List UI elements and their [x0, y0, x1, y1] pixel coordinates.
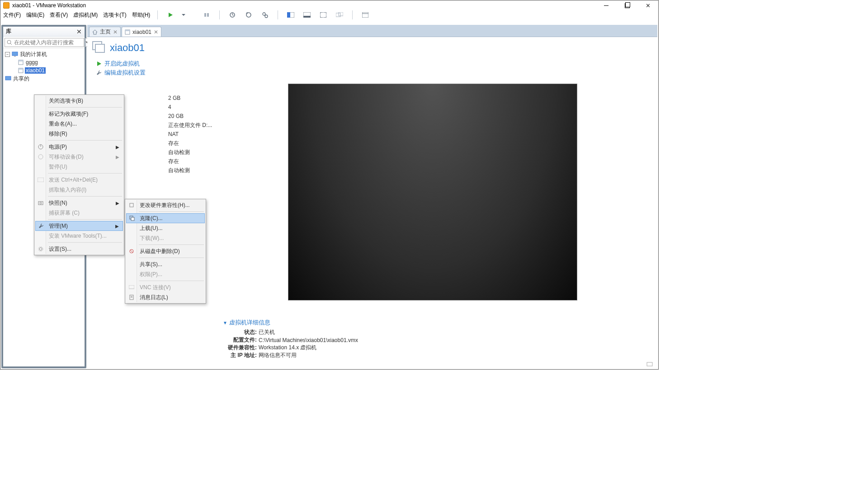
revert-button[interactable] — [243, 10, 254, 20]
computer-icon — [12, 51, 18, 57]
svg-point-15 — [7, 40, 11, 44]
menu-edit[interactable]: 编辑(E) — [26, 11, 44, 19]
clone-icon — [128, 215, 136, 222]
power-dropdown[interactable] — [181, 14, 186, 16]
ctx-send-cad: 发送 Ctrl+Alt+Del(E) — [35, 175, 123, 185]
menu-help[interactable]: 帮助(H) — [132, 11, 151, 19]
wrench-icon — [96, 70, 102, 75]
power-on-button[interactable] — [165, 10, 176, 20]
tree-shared-vms[interactable]: 共享的 — [4, 75, 84, 83]
svg-rect-18 — [14, 56, 16, 56]
snapshot-icon — [37, 199, 44, 206]
power-icon — [37, 143, 44, 150]
snapshot-manager-button[interactable] — [259, 10, 270, 20]
search-box[interactable] — [5, 38, 84, 47]
tree-label: gggg — [25, 59, 39, 66]
ctx-favorite[interactable]: 标记为收藏项(F) — [35, 109, 123, 119]
library-button[interactable] — [360, 10, 371, 20]
snapshot-button[interactable] — [227, 10, 238, 20]
ctx-settings[interactable]: 设置(S)... — [35, 244, 123, 254]
ctx-download: 下载(W)... — [126, 233, 205, 243]
action-label: 开启此虚拟机 — [104, 60, 140, 68]
menu-vm[interactable]: 虚拟机(M) — [73, 11, 98, 19]
play-icon — [96, 61, 102, 66]
details-header[interactable]: ▼ 虚拟机详细信息 — [223, 319, 653, 327]
usb-icon — [37, 153, 44, 160]
svg-point-33 — [40, 202, 42, 204]
ctx-delete-from-disk[interactable]: 从磁盘中删除(D) — [126, 246, 205, 256]
vm-preview[interactable] — [288, 84, 577, 300]
ctx-rename[interactable]: 重命名(A)... — [35, 119, 123, 129]
action-power-on[interactable]: 开启此虚拟机 — [96, 59, 653, 68]
chevron-right-icon: ▶ — [116, 201, 119, 206]
tree-label: 共享的 — [12, 75, 30, 83]
multiple-monitors-button[interactable] — [334, 10, 345, 20]
ctx-pause: 暂停(U) — [35, 162, 123, 172]
svg-rect-38 — [131, 217, 134, 221]
vm-icon — [18, 67, 24, 74]
tree-label: 我的计算机 — [19, 51, 48, 58]
close-button[interactable] — [637, 0, 658, 10]
tree-root-my-computer[interactable]: − 我的计算机 — [4, 50, 84, 58]
menu-tabs[interactable]: 选项卡(T) — [103, 11, 126, 19]
search-input[interactable] — [14, 39, 82, 46]
keyboard-icon — [37, 176, 44, 183]
svg-rect-7 — [287, 12, 290, 18]
resize-grip-icon[interactable] — [646, 361, 655, 368]
search-icon — [7, 40, 12, 45]
svg-rect-1 — [207, 13, 209, 17]
menu-file[interactable]: 文件(F) — [3, 11, 21, 19]
svg-rect-31 — [38, 178, 44, 182]
detail-config-label: 配置文件: — [223, 336, 257, 344]
tab-home[interactable]: 主页 ✕ — [89, 27, 121, 37]
action-label: 编辑虚拟机设置 — [104, 69, 146, 77]
tab-vm-xiaob01[interactable]: xiaob01 ✕ — [122, 27, 161, 37]
svg-rect-20 — [19, 60, 23, 61]
ctx-close-tab[interactable]: 关闭选项卡(B) — [35, 96, 123, 106]
vm-details-section: ▼ 虚拟机详细信息 状态:已关机 配置文件:C:\Virtual Machine… — [223, 319, 653, 359]
ctx-share[interactable]: 共享(S)... — [126, 259, 205, 269]
maximize-button[interactable] — [617, 0, 637, 10]
details-grid: 状态:已关机 配置文件:C:\Virtual Machines\xiaob01\… — [223, 328, 653, 359]
tree-item-xiaob01[interactable]: xiaob01 — [4, 66, 84, 75]
details-title: 虚拟机详细信息 — [229, 319, 270, 327]
ctx-vnc: VNC 连接(V) — [126, 282, 205, 292]
vm-icon — [125, 29, 130, 35]
preview-column — [288, 80, 577, 300]
svg-line-16 — [10, 43, 12, 45]
separator — [219, 10, 220, 19]
minimize-button[interactable] — [596, 0, 617, 10]
tab-close-icon[interactable]: ✕ — [154, 29, 158, 35]
ctx-message-log[interactable]: 消息日志(L) — [126, 292, 205, 302]
delete-icon — [128, 248, 135, 255]
ctx-install-tools: 安装 VMware Tools(T)... — [35, 231, 123, 241]
window-controls — [596, 0, 658, 10]
unity-button[interactable] — [302, 10, 312, 20]
svg-rect-45 — [647, 362, 652, 366]
collapse-icon[interactable]: − — [5, 52, 10, 57]
ctx-change-hw-compat[interactable]: 更改硬件兼容性(H)... — [126, 200, 205, 210]
library-close-icon[interactable]: ✕ — [76, 28, 82, 35]
tab-close-icon[interactable]: ✕ — [113, 29, 118, 35]
svg-rect-22 — [19, 68, 23, 70]
ctx-snapshot[interactable]: 快照(N)▶ — [35, 198, 123, 208]
ctx-clone[interactable]: 克隆(C)... — [126, 213, 205, 223]
svg-point-30 — [38, 155, 43, 159]
monitor-icon — [128, 284, 135, 291]
chevron-right-icon: ▶ — [116, 155, 119, 160]
ctx-power[interactable]: 电源(P)▶ — [35, 142, 123, 152]
menu-view[interactable]: 查看(V) — [50, 11, 68, 19]
chevron-down-icon: ▼ — [223, 320, 227, 325]
ctx-remove[interactable]: 移除(R) — [35, 129, 123, 139]
svg-rect-23 — [5, 76, 11, 80]
svg-rect-11 — [336, 13, 340, 17]
console-button[interactable] — [318, 10, 329, 20]
suspend-button[interactable] — [201, 10, 212, 20]
tree-item-gggg[interactable]: gggg — [4, 58, 84, 66]
fullscreen-button[interactable] — [285, 10, 296, 20]
svg-rect-13 — [362, 12, 368, 18]
ctx-manage[interactable]: 管理(M)▶ — [35, 221, 123, 231]
action-edit-settings[interactable]: 编辑虚拟机设置 — [96, 68, 653, 77]
ctx-upload[interactable]: 上载(U)... — [126, 223, 205, 233]
title-bar: xiaob01 - VMware Workstation — [0, 0, 658, 10]
